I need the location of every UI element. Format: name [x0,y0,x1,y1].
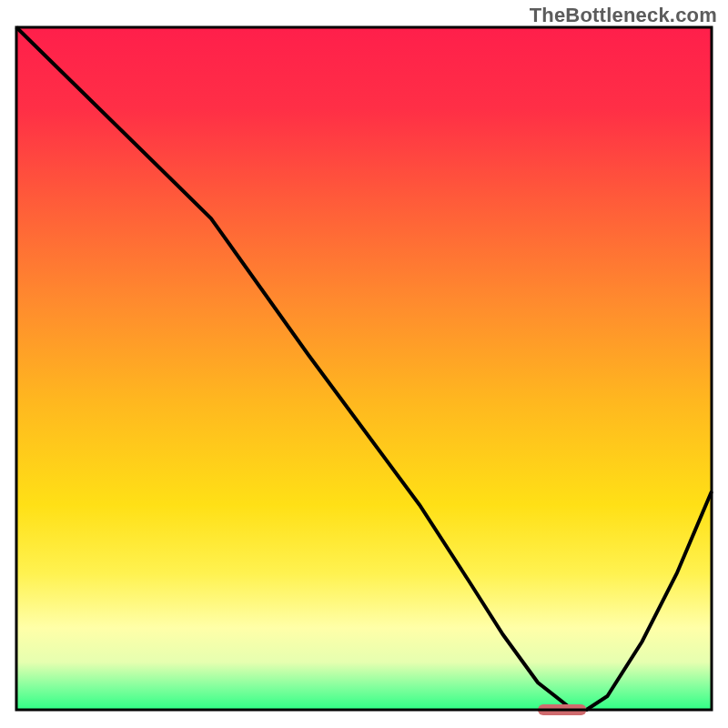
chart-container: TheBottleneck.com [0,0,728,728]
watermark-text: TheBottleneck.com [530,4,717,27]
chart-svg [0,0,728,728]
